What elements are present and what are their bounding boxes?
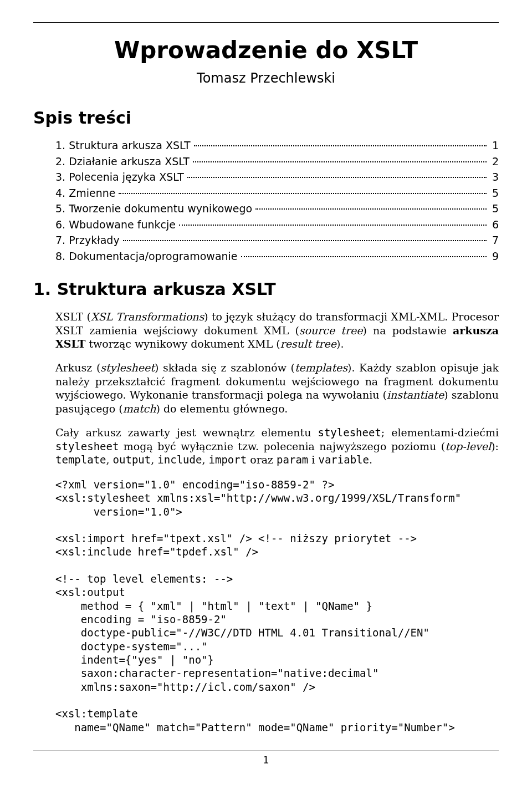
code-block: <?xml version="1.0" encoding="iso-8859-2… xyxy=(55,478,499,734)
toc-entry-page: 1 xyxy=(490,137,499,154)
toc-entry-label: 6. Wbudowane funkcje xyxy=(55,217,176,233)
toc-entry[interactable]: 7. Przykłady 7 xyxy=(55,232,499,248)
toc-entry-label: 2. Działanie arkusza XSLT xyxy=(55,154,190,170)
page-number: 1 xyxy=(33,754,499,766)
document-author: Tomasz Przechlewski xyxy=(33,70,499,86)
toc-dots xyxy=(187,177,487,178)
toc-dots xyxy=(194,145,487,146)
section-heading: 1. Struktura arkusza XSLT xyxy=(33,279,499,299)
toc-entry-page: 3 xyxy=(490,169,499,185)
toc-entry[interactable]: 5. Tworzenie dokumentu wynikowego 5 xyxy=(55,201,499,217)
document-page: Wprowadzenie do XSLT Tomasz Przechlewski… xyxy=(0,0,532,795)
paragraph: Cały arkusz zawarty jest wewnątrz elemen… xyxy=(55,426,499,467)
toc-dots xyxy=(119,193,486,194)
toc-entry-label: 1. Struktura arkusza XSLT xyxy=(55,137,191,154)
toc-entry[interactable]: 4. Zmienne 5 xyxy=(55,185,499,201)
toc-entry-page: 5 xyxy=(490,201,499,217)
toc-entry[interactable]: 2. Działanie arkusza XSLT 2 xyxy=(55,154,499,170)
table-of-contents: 1. Struktura arkusza XSLT 1 2. Działanie… xyxy=(33,137,499,264)
toc-entry[interactable]: 3. Polecenia języka XSLT 3 xyxy=(55,169,499,185)
section-body: XSLT (XSL Transformations) to język służ… xyxy=(33,310,499,734)
document-title: Wprowadzenie do XSLT xyxy=(33,37,499,64)
toc-entry-label: 4. Zmienne xyxy=(55,185,115,201)
toc-entry-label: 7. Przykłady xyxy=(55,232,120,248)
toc-entry[interactable]: 6. Wbudowane funkcje 6 xyxy=(55,217,499,233)
toc-dots xyxy=(241,256,487,257)
toc-entry-page: 7 xyxy=(490,232,499,248)
toc-entry-label: 8. Dokumentacja/oprogramowanie xyxy=(55,248,238,264)
toc-entry-page: 9 xyxy=(490,248,499,264)
toc-dots xyxy=(123,240,487,241)
toc-dots xyxy=(255,208,487,210)
paragraph: XSLT (XSL Transformations) to język służ… xyxy=(55,310,499,351)
bottom-rule xyxy=(33,751,499,751)
toc-entry[interactable]: 1. Struktura arkusza XSLT 1 xyxy=(55,137,499,154)
toc-entry-label: 3. Polecenia języka XSLT xyxy=(55,169,184,185)
paragraph: Arkusz (stylesheet) składa się z szablon… xyxy=(55,361,499,416)
toc-entry-label: 5. Tworzenie dokumentu wynikowego xyxy=(55,201,252,217)
top-rule xyxy=(33,22,499,23)
toc-entry-page: 5 xyxy=(490,185,499,201)
toc-entry[interactable]: 8. Dokumentacja/oprogramowanie 9 xyxy=(55,248,499,264)
toc-dots xyxy=(193,161,487,162)
toc-dots xyxy=(179,225,487,226)
toc-heading: Spis treści xyxy=(33,108,499,128)
toc-entry-page: 2 xyxy=(490,154,499,170)
toc-entry-page: 6 xyxy=(490,217,499,233)
